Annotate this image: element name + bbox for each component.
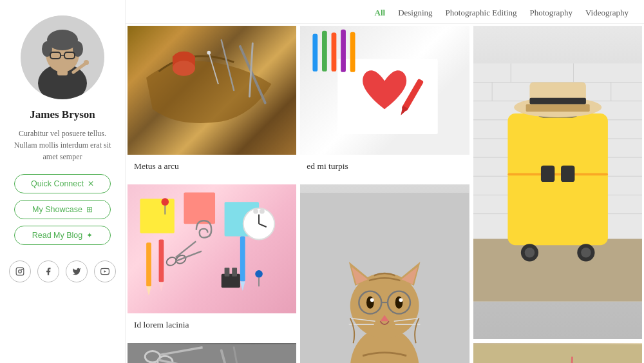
main-content: All Designing Photographic Editing Photo… (126, 0, 644, 363)
svg-marker-68 (240, 282, 245, 291)
gallery: Metus a arcu (126, 24, 644, 363)
twitter-button[interactable] (66, 260, 88, 282)
gallery-item-3[interactable]: Etiam in (471, 24, 644, 341)
svg-point-74 (260, 209, 265, 214)
svg-point-98 (370, 298, 374, 302)
svg-rect-112 (473, 344, 642, 363)
svg-point-14 (22, 269, 23, 270)
user-bio: Curabitur vel posuere tellus. Nullam mol… (10, 128, 115, 162)
gallery-caption-2: ed mi turpis (300, 155, 469, 181)
gallery-item-1[interactable]: Metus a arcu (126, 24, 298, 182)
svg-point-13 (19, 270, 22, 273)
svg-point-23 (207, 51, 211, 55)
svg-rect-60 (140, 199, 174, 233)
svg-point-21 (173, 61, 195, 75)
svg-rect-26 (322, 31, 327, 72)
svg-rect-47 (507, 113, 607, 245)
gallery-item-4[interactable]: Id lorem lacinia (126, 182, 298, 341)
nav-photography[interactable]: Photography (529, 8, 572, 18)
svg-point-84 (255, 270, 263, 278)
svg-marker-64 (146, 286, 151, 296)
svg-rect-79 (222, 274, 240, 288)
svg-rect-51 (561, 166, 574, 182)
gallery-caption-4: Id lorem lacinia (128, 313, 296, 339)
quick-connect-button[interactable]: Quick Connect ✕ (14, 174, 111, 193)
gallery-caption-1: Metus a arcu (128, 155, 296, 181)
avatar (21, 15, 104, 99)
svg-marker-15 (104, 270, 106, 273)
svg-rect-61 (184, 193, 215, 224)
instagram-button[interactable] (9, 260, 31, 282)
svg-point-96 (366, 296, 374, 308)
svg-rect-59 (529, 98, 585, 104)
facebook-button[interactable] (37, 260, 59, 282)
gallery-item-6[interactable] (471, 341, 644, 363)
nav-designing[interactable]: Designing (398, 8, 432, 18)
svg-point-99 (399, 298, 403, 302)
gallery-item-7[interactable] (126, 341, 298, 363)
top-navigation: All Designing Photographic Editing Photo… (126, 0, 644, 24)
read-my-blog-button[interactable]: Read My Blog ✦ (14, 226, 111, 245)
svg-rect-25 (313, 34, 318, 72)
nav-videography[interactable]: Videography (585, 8, 629, 18)
gallery-item-2[interactable]: ed mi turpis (298, 24, 471, 182)
svg-point-82 (161, 198, 169, 206)
svg-rect-65 (159, 239, 164, 282)
sidebar: James Bryson Curabitur vel posuere tellu… (0, 0, 126, 363)
svg-point-55 (581, 248, 591, 258)
showcase-icon: ⊞ (86, 205, 93, 214)
svg-rect-48 (507, 173, 607, 175)
svg-rect-63 (146, 242, 151, 286)
quick-connect-icon: ✕ (88, 179, 94, 188)
svg-rect-12 (16, 268, 24, 275)
svg-rect-58 (526, 104, 589, 112)
button-label: My Showcase (32, 205, 82, 214)
svg-point-73 (253, 209, 258, 214)
svg-rect-27 (332, 33, 337, 72)
blog-icon: ✦ (86, 231, 93, 240)
svg-rect-80 (225, 268, 230, 277)
svg-point-53 (524, 248, 535, 258)
my-showcase-button[interactable]: My Showcase ⊞ (14, 200, 111, 219)
youtube-button[interactable] (94, 260, 116, 282)
svg-rect-29 (350, 32, 355, 72)
button-label: Quick Connect (31, 179, 84, 188)
svg-rect-50 (541, 166, 554, 182)
button-label: Read My Blog (32, 231, 83, 240)
nav-all[interactable]: All (375, 8, 386, 18)
svg-rect-105 (128, 344, 296, 363)
svg-rect-81 (232, 268, 237, 277)
svg-line-78 (174, 241, 198, 257)
nav-photographic-editing[interactable]: Photographic Editing (446, 8, 517, 18)
svg-rect-46 (473, 239, 642, 301)
svg-rect-67 (240, 237, 245, 282)
user-name: James Bryson (30, 108, 95, 121)
svg-marker-66 (159, 282, 164, 291)
svg-point-11 (84, 60, 89, 65)
svg-rect-28 (341, 30, 346, 72)
svg-point-97 (395, 296, 403, 308)
social-icons (9, 260, 116, 282)
gallery-item-5[interactable] (298, 182, 471, 363)
